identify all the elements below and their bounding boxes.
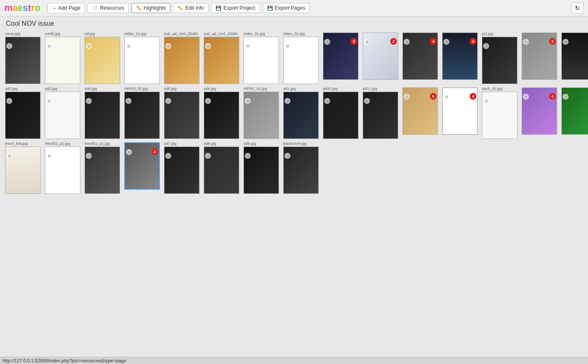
list-item[interactable]: trend_low.jpg⚙: [4, 141, 41, 194]
list-item[interactable]: HiFi02_02.jpg⚙: [243, 87, 280, 139]
export-project-icon: 💾: [216, 5, 222, 11]
list-item[interactable]: trend01_p1.jpg⚙: [84, 141, 121, 194]
highlight-badge: 6: [430, 93, 437, 100]
gear-icon[interactable]: ⚙: [324, 98, 330, 104]
list-item[interactable]: ad1.jpg⚙: [282, 87, 320, 139]
gear-icon[interactable]: ⚙: [46, 43, 52, 49]
gear-icon[interactable]: ⚙: [364, 39, 370, 45]
gear-icon[interactable]: ⚙: [165, 153, 171, 159]
list-item[interactable]: ⚙4: [521, 87, 558, 135]
gear-icon[interactable]: ⚙: [46, 98, 52, 104]
list-item[interactable]: ad11.jpg⚙: [362, 87, 399, 139]
page-label: ad9.jpg: [243, 141, 280, 146]
resources-icon: 📄: [92, 5, 98, 11]
gear-icon[interactable]: ⚙: [245, 153, 251, 159]
gear-icon[interactable]: ⚙: [284, 43, 290, 49]
list-item[interactable]: ad9.jpg⚙: [243, 141, 280, 194]
gear-icon[interactable]: ⚙: [6, 98, 12, 104]
gear-icon[interactable]: ⚙: [86, 43, 92, 49]
gear-icon[interactable]: ⚙: [126, 98, 131, 104]
highlight-badge: 2: [151, 148, 158, 155]
list-item[interactable]: ad4.jpg⚙: [84, 87, 121, 139]
list-item[interactable]: ad8.jpg⚙: [203, 141, 240, 194]
gear-icon[interactable]: ⚙: [86, 153, 92, 159]
list-item[interactable]: index_01.jpg⚙: [243, 32, 280, 84]
page-thumbnail: ⚙: [164, 37, 200, 84]
gear-icon[interactable]: ⚙: [6, 43, 12, 49]
list-item[interactable]: cover.jpg⚙: [4, 32, 41, 84]
list-item[interactable]: ⚙2: [521, 32, 558, 80]
list-item[interactable]: ad10.jpg⚙: [322, 87, 359, 139]
list-item[interactable]: zech_01.jpg⚙: [481, 87, 518, 139]
list-item[interactable]: ⚙2: [123, 141, 161, 190]
gear-icon[interactable]: ⚙: [404, 39, 410, 45]
gear-icon[interactable]: ⚙: [284, 153, 290, 159]
list-item[interactable]: ⚙4: [441, 87, 479, 135]
gear-icon[interactable]: ⚙: [404, 94, 410, 100]
gear-icon[interactable]: ⚙: [126, 43, 131, 49]
page-thumbnail: ⚙: [5, 147, 41, 194]
edit-info-button[interactable]: ✏️ Edit Info: [173, 3, 208, 13]
list-item[interactable]: ad7.jpg⚙: [163, 141, 200, 194]
list-item[interactable]: ad.jpg⚙: [84, 32, 121, 84]
gear-icon[interactable]: ⚙: [483, 43, 489, 49]
list-item[interactable]: editor_01.jpg⚙: [123, 32, 161, 84]
highlights-button[interactable]: ✏️ Highlights: [131, 3, 171, 13]
page-thumbnail: ⚙2: [561, 33, 588, 80]
list-item[interactable]: ad3.jpg⚙: [44, 87, 81, 139]
list-item[interactable]: sub_ad_cool_2048x⚙: [203, 32, 240, 84]
list-item[interactable]: ad6.jpg⚙: [203, 87, 240, 139]
page-label: ad7.jpg: [163, 141, 200, 146]
gear-icon[interactable]: ⚙: [245, 43, 251, 49]
resources-button[interactable]: 📄 Resources: [88, 3, 129, 13]
list-item[interactable]: ⚙6: [402, 87, 439, 135]
export-project-button[interactable]: 💾 Export Project: [211, 3, 260, 13]
list-item[interactable]: ⚙4: [441, 32, 479, 80]
page-thumbnail: ⚙: [85, 37, 120, 84]
gear-icon[interactable]: ⚙: [284, 98, 290, 104]
gear-icon[interactable]: ⚙: [443, 94, 449, 100]
gear-icon[interactable]: ⚙: [324, 39, 330, 45]
gear-icon[interactable]: ⚙: [126, 149, 132, 155]
gear-icon[interactable]: ⚙: [205, 98, 211, 104]
export-pages-button[interactable]: 💾 Export Pages: [263, 3, 310, 13]
gear-icon[interactable]: ⚙: [6, 153, 12, 159]
list-item[interactable]: credit.jpg⚙: [44, 32, 81, 84]
gear-icon[interactable]: ⚙: [523, 39, 529, 45]
gear-icon[interactable]: ⚙: [443, 39, 449, 45]
gear-icon[interactable]: ⚙: [205, 153, 211, 159]
list-item[interactable]: ⚙3: [322, 32, 359, 80]
gear-icon[interactable]: ⚙: [86, 98, 92, 104]
list-item[interactable]: ⚙2: [561, 32, 588, 80]
list-item[interactable]: backcover.jpg⚙: [282, 141, 320, 194]
add-page-button[interactable]: ＋ Add Page: [47, 3, 85, 14]
gear-icon[interactable]: ⚙: [563, 94, 569, 100]
gear-icon[interactable]: ⚙: [483, 98, 489, 104]
app-logo: maestro: [4, 3, 41, 14]
gear-icon[interactable]: ⚙: [563, 39, 569, 45]
list-item[interactable]: HiFi03_01.jpg⚙: [123, 87, 161, 139]
list-item[interactable]: trend02_p1.jpg⚙: [44, 141, 81, 194]
gear-icon[interactable]: ⚙: [46, 153, 52, 159]
list-item[interactable]: index_02.jpg⚙: [282, 32, 320, 84]
page-row-2: ad2.jpg⚙ad3.jpg⚙ad4.jpg⚙HiFi03_01.jpg⚙ad…: [4, 87, 584, 139]
list-item[interactable]: sub_ad_cool_2048x⚙: [163, 32, 200, 84]
list-item[interactable]: ⚙2: [362, 32, 399, 80]
list-item[interactable]: ad5.jpg⚙: [163, 87, 200, 139]
gear-icon[interactable]: ⚙: [165, 98, 171, 104]
page-label: HiFi02_02.jpg: [243, 87, 280, 91]
gear-icon[interactable]: ⚙: [165, 43, 171, 49]
page-thumbnail: ⚙: [164, 92, 200, 139]
page-thumbnail: ⚙: [363, 92, 398, 139]
list-item[interactable]: ad2.jpg⚙: [4, 87, 41, 139]
list-item[interactable]: pt1.jpg⚙: [481, 32, 518, 84]
refresh-button[interactable]: ↻: [571, 3, 584, 14]
gear-icon[interactable]: ⚙: [523, 94, 529, 100]
gear-icon[interactable]: ⚙: [364, 98, 370, 104]
gear-icon[interactable]: ⚙: [205, 43, 211, 49]
list-item[interactable]: ⚙4: [402, 32, 439, 80]
gear-icon[interactable]: ⚙: [245, 98, 251, 104]
page-thumbnail: ⚙: [164, 147, 200, 194]
list-item[interactable]: ⚙3: [561, 87, 588, 135]
highlight-badge: 4: [470, 93, 476, 100]
